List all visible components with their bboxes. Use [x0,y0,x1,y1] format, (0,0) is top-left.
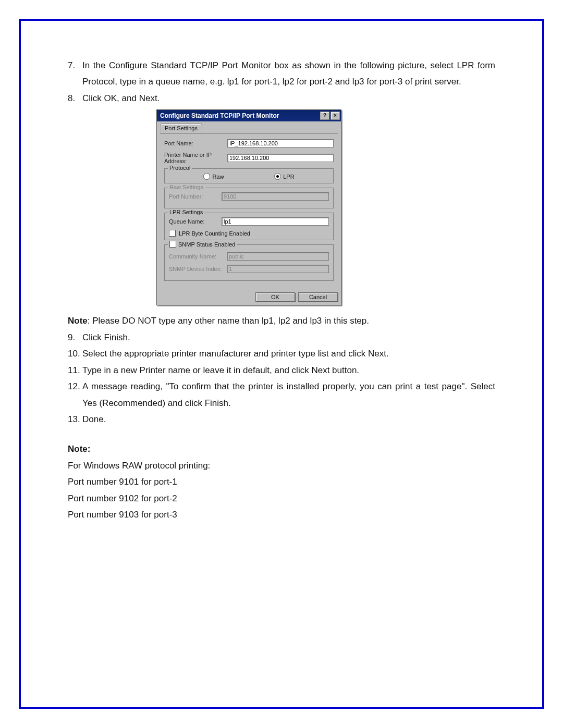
raw-intro: For Windows RAW protocol printing: [68,458,495,474]
lpr-byte-row[interactable]: LPR Byte Counting Enabled [169,230,329,237]
port-name-row: Port Name: [164,139,334,147]
ip-row: Printer Name or IP Address: [164,152,334,164]
step-13-number: 13. [68,411,82,427]
ip-label: Printer Name or IP Address: [164,152,224,164]
port-number-input [222,192,329,201]
spacer [68,427,495,441]
port-name-label: Port Name: [164,140,224,146]
step-7: 7. In the Configure Standard TCP/IP Port… [68,57,495,90]
queue-name-input[interactable] [222,217,329,226]
close-icon[interactable]: × [331,112,340,120]
cancel-button[interactable]: Cancel [298,292,338,302]
protocol-options: Raw LPR [169,173,329,180]
step-9: 9. Click Finish. [68,329,495,346]
radio-on-icon [274,173,281,180]
config-port-dialog: Configure Standard TCP/IP Port Monitor ?… [156,109,341,305]
tab-panel: Port Name: Printer Name or IP Address: P… [160,133,338,289]
raw-radio[interactable]: Raw [203,173,224,180]
tab-strip: Port Settings [160,124,338,133]
step-10-number: 10. [68,346,82,362]
protocol-legend: Protocol [168,165,192,171]
raw-radio-label: Raw [212,174,224,180]
dialog-button-row: OK Cancel [160,289,338,302]
lpr-byte-label: LPR Byte Counting Enabled [179,230,250,237]
step-11: 11. Type in a new Printer name or leave … [68,362,495,378]
lpr-radio-label: LPR [283,174,294,180]
step-11-number: 11. [68,362,82,378]
step-12-text: A message reading, "To confirm that the … [82,378,495,411]
frame-border: 7. In the Configure Standard TCP/IP Port… [19,19,544,709]
note-2-label: Note: [68,444,90,454]
device-index-row: SNMP Device Index: [169,265,329,273]
raw-port-1: Port number 9101 for port-1 [68,474,495,490]
step-12-number: 12. [68,378,82,411]
port-name-input[interactable] [227,139,334,147]
step-7-text: In the Configure Standard TCP/IP Port Mo… [82,57,495,90]
dialog-titlebar: Configure Standard TCP/IP Port Monitor ?… [157,110,341,121]
port-number-label: Port Number: [169,193,218,200]
community-label: Community Name: [169,253,224,260]
protocol-fieldset: Protocol Raw LPR [164,168,334,183]
note-1: Note: Please DO NOT type any other name … [68,313,495,329]
lpr-radio[interactable]: LPR [274,173,294,180]
queue-name-label: Queue Name: [169,218,218,225]
step-9-text: Click Finish. [82,329,495,346]
step-10-text: Select the appropriate printer manufactu… [82,346,495,362]
page: 7. In the Configure Standard TCP/IP Port… [0,0,563,728]
step-10: 10. Select the appropriate printer manuf… [68,346,495,362]
note-2-heading: Note: [68,441,495,457]
dialog-figure: Configure Standard TCP/IP Port Monitor ?… [156,109,495,305]
raw-port-3: Port number 9103 for port-3 [68,507,495,523]
note-1-label: Note [68,316,88,326]
step-8-number: 8. [68,90,82,106]
checkbox-icon [169,230,176,237]
dialog-body: Port Settings Port Name: Printer Name or… [157,121,341,305]
radio-off-icon [203,173,210,180]
note-1-text: : Please DO NOT type any other name than… [88,316,369,326]
ok-button[interactable]: OK [255,292,295,302]
raw-settings-fieldset: Raw Settings Port Number: [164,188,334,208]
community-row: Community Name: [169,252,329,261]
lpr-settings-fieldset: LPR Settings Queue Name: LPR Byte Counti… [164,213,334,240]
step-8: 8. Click OK, and Next. [68,90,495,106]
snmp-legend[interactable]: SNMP Status Enabled [168,241,237,248]
device-index-input [227,265,329,273]
queue-name-row: Queue Name: [169,217,329,226]
step-7-number: 7. [68,57,82,90]
help-icon[interactable]: ? [320,112,329,120]
step-13-text: Done. [82,411,495,427]
community-input [227,252,329,261]
step-8-text: Click OK, and Next. [82,90,495,106]
step-9-number: 9. [68,329,82,346]
raw-settings-legend: Raw Settings [168,184,205,190]
lpr-settings-legend: LPR Settings [168,209,204,215]
step-11-text: Type in a new Printer name or leave it i… [82,362,495,378]
raw-port-2: Port number 9102 for port-2 [68,490,495,507]
checkbox-icon [169,241,176,248]
dialog-title-text: Configure Standard TCP/IP Port Monitor [160,112,319,119]
port-number-row: Port Number: [169,192,329,201]
device-index-label: SNMP Device Index: [169,266,224,272]
step-12: 12. A message reading, "To confirm that … [68,378,495,411]
step-13: 13. Done. [68,411,495,427]
ip-input[interactable] [227,154,334,162]
tab-port-settings[interactable]: Port Settings [160,124,202,132]
snmp-fieldset: SNMP Status Enabled Community Name: SNMP… [164,244,334,281]
snmp-legend-text: SNMP Status Enabled [178,241,235,248]
